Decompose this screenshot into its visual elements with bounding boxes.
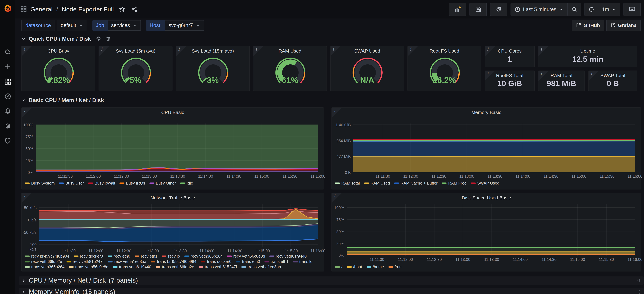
panel-title[interactable]: RootFS Total xyxy=(495,73,524,78)
panel-title[interactable]: Disk Space Used Basic xyxy=(342,195,631,200)
chart-plot[interactable] xyxy=(353,123,635,172)
configuration-gear-icon[interactable] xyxy=(0,119,15,133)
zoom-out-button[interactable] xyxy=(567,3,581,15)
panel-info-corner[interactable]: i xyxy=(485,46,495,56)
legend-item[interactable]: / xyxy=(335,265,342,269)
legend-item[interactable]: Idle xyxy=(180,181,193,185)
collapsed-row-cpu-memory[interactable]: CPU / Memory / Net / Disk (7 panels) xyxy=(19,277,644,285)
panel-info-corner[interactable]: i xyxy=(22,46,32,56)
panel-info-corner[interactable]: i xyxy=(408,46,418,56)
legend-item[interactable]: recv veth61f9440 xyxy=(270,254,306,258)
legend-item[interactable]: recv eth1 xyxy=(135,254,158,258)
panel-title[interactable]: RAM Total xyxy=(548,73,574,78)
legend-item[interactable]: recv vetha1ed8aa xyxy=(108,259,146,264)
legend-item[interactable]: trans eth0 xyxy=(236,259,260,264)
panel-title[interactable]: Sys Load (5m avg) xyxy=(109,48,162,53)
breadcrumb-section[interactable]: General xyxy=(30,6,52,13)
panel-title[interactable]: Uptime xyxy=(548,48,627,53)
panel-info-corner[interactable]: i xyxy=(538,46,548,56)
cycle-view-mode-button[interactable] xyxy=(624,3,641,16)
legend-item[interactable]: /home xyxy=(367,265,384,269)
legend-item[interactable]: Busy Other xyxy=(150,181,176,185)
legend-item[interactable]: recv veth815247f xyxy=(66,259,104,264)
legend-item[interactable]: recv veth365b264 xyxy=(184,254,223,258)
legend-item[interactable]: RAM Cache + Buffer xyxy=(394,181,438,185)
legend-item[interactable]: recv br-f59c74f0b984 xyxy=(25,254,69,258)
variable-datasource-value[interactable]: default xyxy=(57,19,87,31)
panel-title[interactable]: CPU Basic xyxy=(32,110,314,115)
legend-item[interactable]: Busy Iowait xyxy=(88,181,115,185)
search-icon[interactable] xyxy=(0,45,15,59)
time-range-button[interactable]: Last 5 minutes xyxy=(511,3,567,15)
legend-item[interactable]: trans veth56c0e8d xyxy=(69,265,108,269)
legend-item[interactable]: /boot xyxy=(347,265,362,269)
legend-item[interactable]: trans br-f59c74f0b984 xyxy=(151,259,196,264)
panel-info-corner[interactable]: i xyxy=(332,108,342,118)
drag-handle-icon[interactable] xyxy=(636,289,641,294)
alerting-bell-icon[interactable] xyxy=(0,104,15,118)
legend-item[interactable]: trans veth66fdb2e xyxy=(156,265,194,269)
legend-item[interactable]: Busy User xyxy=(59,181,84,185)
legend-item[interactable]: RAM Free xyxy=(442,181,466,185)
row-delete-trash-icon[interactable] xyxy=(106,36,111,41)
panel-title[interactable]: Memory Basic xyxy=(342,110,631,115)
legend-item[interactable]: trans veth365b264 xyxy=(25,265,64,269)
star-icon[interactable] xyxy=(119,6,125,12)
dashboard-settings-button[interactable] xyxy=(490,3,507,16)
variable-datasource[interactable]: datasource xyxy=(21,19,55,31)
dashboards-icon[interactable] xyxy=(0,74,15,89)
legend-item[interactable]: /run xyxy=(388,265,402,269)
legend-item[interactable]: trans veth61f9440 xyxy=(113,265,151,269)
legend-item[interactable]: Busy System xyxy=(25,181,55,185)
row-settings-gear-icon[interactable] xyxy=(96,36,101,41)
panel-info-corner[interactable]: i xyxy=(22,193,32,203)
panel-title[interactable]: Sys Load (15m avg) xyxy=(186,48,240,53)
legend-item[interactable]: trans docker0 xyxy=(201,259,232,264)
drag-handle-icon[interactable] xyxy=(636,278,641,283)
legend-item[interactable]: trans lo xyxy=(293,259,312,264)
panel-title[interactable]: SWAP Used xyxy=(340,48,394,53)
grafana-logo-icon[interactable] xyxy=(3,4,12,13)
legend-item[interactable]: recv lo xyxy=(162,254,180,258)
panel-title[interactable]: SWAP Total xyxy=(598,73,627,78)
legend-item[interactable]: recv veth56c0e8d xyxy=(227,254,265,258)
panel-title[interactable]: Network Traffic Basic xyxy=(32,195,314,200)
server-admin-shield-icon[interactable] xyxy=(0,133,15,148)
chart-plot[interactable] xyxy=(36,123,318,172)
variable-value-dropdown[interactable]: svc-g6rhr7 xyxy=(165,20,204,30)
refresh-button[interactable] xyxy=(585,3,598,15)
legend-item[interactable]: trans veth815247f xyxy=(198,265,237,269)
add-panel-button[interactable] xyxy=(449,3,466,16)
share-icon[interactable] xyxy=(132,6,138,12)
legend-item[interactable]: recv eth0 xyxy=(108,254,130,258)
panel-info-corner[interactable]: i xyxy=(176,46,186,56)
panel-title[interactable]: Root FS Used xyxy=(418,48,471,53)
legend-item[interactable]: trans eth1 xyxy=(264,259,289,264)
legend-item[interactable]: RAM Total xyxy=(335,181,360,185)
legend-item[interactable]: Busy IRQs xyxy=(120,181,145,185)
panel-info-corner[interactable]: i xyxy=(22,108,32,118)
legend-item[interactable]: recv docker0 xyxy=(74,254,103,258)
panel-info-corner[interactable]: i xyxy=(254,46,263,56)
variable-value-dropdown[interactable]: services xyxy=(108,20,141,30)
legend-item[interactable]: SWAP Used xyxy=(471,181,500,185)
save-dashboard-button[interactable] xyxy=(470,3,487,16)
grafana-link-button[interactable]: Grafana xyxy=(606,19,641,31)
legend-item[interactable]: recv veth66fdb2e xyxy=(25,259,62,264)
legend-item[interactable]: trans vetha1ed8aa xyxy=(242,265,281,269)
panel-title[interactable]: CPU Cores xyxy=(495,48,524,53)
legend-item[interactable]: RAM Used xyxy=(364,181,390,185)
collapsed-row-memory-meminfo[interactable]: Memory Meminfo (15 panels) xyxy=(19,288,644,294)
panel-title[interactable]: CPU Busy xyxy=(32,48,85,53)
github-link-button[interactable]: GitHub xyxy=(572,19,604,31)
chart-plot[interactable] xyxy=(39,204,318,247)
row-header-basic[interactable]: Basic CPU / Mem / Net / Disk xyxy=(21,96,641,104)
refresh-interval-button[interactable]: 1m xyxy=(598,3,620,15)
panel-info-corner[interactable]: i xyxy=(99,46,109,56)
create-plus-icon[interactable] xyxy=(0,59,15,74)
panel-info-corner[interactable]: i xyxy=(332,193,342,203)
explore-compass-icon[interactable] xyxy=(0,89,15,104)
row-header-quick[interactable]: Quick CPU / Mem / Disk xyxy=(21,34,641,42)
panel-title[interactable]: RAM Used xyxy=(263,48,317,53)
page-title[interactable]: Node Exporter Full xyxy=(62,6,114,13)
